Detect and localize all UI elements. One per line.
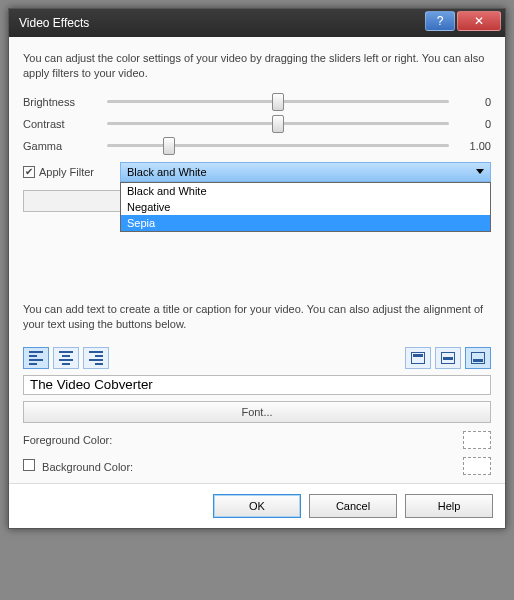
window-buttons: ? ✕	[423, 11, 501, 31]
gamma-slider[interactable]	[107, 144, 449, 147]
filter-option[interactable]: Negative	[121, 199, 490, 215]
gamma-value: 1.00	[459, 140, 491, 152]
align-left-button[interactable]	[23, 347, 49, 369]
help-icon[interactable]: ?	[425, 11, 455, 31]
valign-bottom-button[interactable]	[465, 347, 491, 369]
help-button[interactable]: Help	[405, 494, 493, 518]
valign-top-button[interactable]	[405, 347, 431, 369]
contrast-value: 0	[459, 118, 491, 130]
color-settings-description: You can adjust the color settings of you…	[23, 51, 491, 82]
ok-button[interactable]: OK	[213, 494, 301, 518]
slider-thumb-icon[interactable]	[272, 93, 284, 111]
foreground-color-label: Foreground Color:	[23, 434, 112, 446]
background-color-container: Background Color:	[23, 459, 133, 473]
contrast-slider[interactable]	[107, 122, 449, 125]
brightness-label: Brightness	[23, 96, 97, 108]
align-left-icon	[29, 351, 43, 365]
filter-dropdown[interactable]: Black and White	[120, 162, 491, 182]
video-effects-dialog: Video Effects ? ✕ You can adjust the col…	[8, 8, 506, 529]
contrast-label: Contrast	[23, 118, 97, 130]
contrast-row: Contrast 0	[23, 118, 491, 130]
brightness-row: Brightness 0	[23, 96, 491, 108]
valign-middle-icon	[441, 352, 455, 364]
align-right-icon	[89, 351, 103, 365]
filter-combo-wrap: Black and White Black and WhiteNegativeS…	[120, 162, 491, 182]
window-title: Video Effects	[19, 16, 89, 30]
align-center-icon	[59, 351, 73, 365]
apply-filter-checkbox[interactable]: ✔	[23, 166, 35, 178]
gamma-row: Gamma 1.00	[23, 140, 491, 152]
align-center-button[interactable]	[53, 347, 79, 369]
background-color-checkbox[interactable]	[23, 459, 35, 471]
background-color-row: Background Color:	[23, 457, 491, 475]
align-right-button[interactable]	[83, 347, 109, 369]
cancel-button[interactable]: Cancel	[309, 494, 397, 518]
close-icon[interactable]: ✕	[457, 11, 501, 31]
slider-thumb-icon[interactable]	[163, 137, 175, 155]
background-color-swatch[interactable]	[463, 457, 491, 475]
filter-selected-value: Black and White	[127, 166, 206, 178]
filter-option[interactable]: Sepia	[121, 215, 490, 231]
dialog-body: You can adjust the color settings of you…	[9, 37, 505, 483]
foreground-color-swatch[interactable]	[463, 431, 491, 449]
caption-input[interactable]	[23, 375, 491, 395]
dialog-button-row: OK Cancel Help	[9, 483, 505, 528]
text-description: You can add text to create a title or ca…	[23, 302, 491, 333]
gamma-label: Gamma	[23, 140, 97, 152]
text-align-group	[23, 347, 109, 369]
filter-option[interactable]: Black and White	[121, 183, 490, 199]
text-section: You can add text to create a title or ca…	[23, 302, 491, 475]
slider-thumb-icon[interactable]	[272, 115, 284, 133]
font-button[interactable]: Font...	[23, 401, 491, 423]
valign-middle-button[interactable]	[435, 347, 461, 369]
vertical-align-group	[405, 347, 491, 369]
apply-filter-label: Apply Filter	[39, 166, 94, 178]
chevron-down-icon	[476, 169, 484, 174]
alignment-row	[23, 347, 491, 369]
background-color-label: Background Color:	[42, 461, 133, 473]
filter-dropdown-list: Black and WhiteNegativeSepia	[120, 182, 491, 232]
foreground-color-row: Foreground Color:	[23, 431, 491, 449]
valign-top-icon	[411, 352, 425, 364]
titlebar[interactable]: Video Effects ? ✕	[9, 9, 505, 37]
apply-filter-row: ✔ Apply Filter Black and White Black and…	[23, 162, 491, 182]
brightness-value: 0	[459, 96, 491, 108]
valign-bottom-icon	[471, 352, 485, 364]
brightness-slider[interactable]	[107, 100, 449, 103]
